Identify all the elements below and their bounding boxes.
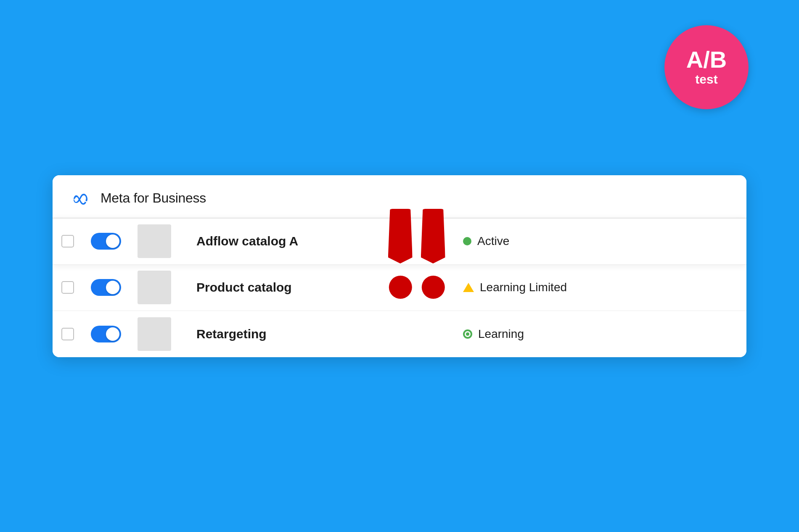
row3-toggle[interactable] xyxy=(91,326,121,342)
col-toggle xyxy=(83,233,129,250)
col-thumbnail xyxy=(129,312,180,356)
table-row: Product catalog Learning Limited xyxy=(53,265,746,311)
row1-status-text: Active xyxy=(477,234,509,248)
row2-thumbnail xyxy=(138,271,171,304)
row2-status-text: Learning Limited xyxy=(480,281,567,294)
card-header: Meta for Business xyxy=(53,175,746,219)
col-toggle xyxy=(83,279,129,296)
main-card: Meta for Business Adflow catalog A xyxy=(53,175,746,357)
row2-toggle[interactable] xyxy=(91,279,121,296)
row1-toggle[interactable] xyxy=(91,233,121,250)
row3-name: Retargeting xyxy=(180,319,446,350)
ab-badge-main: A/B xyxy=(686,48,727,71)
table-row: Retargeting Learning xyxy=(53,311,746,357)
row1-name: Adflow catalog A xyxy=(180,226,446,257)
col-checkbox xyxy=(53,235,83,248)
table-row: Adflow catalog A Active xyxy=(53,219,746,265)
row3-checkbox[interactable] xyxy=(61,328,74,340)
col-checkbox xyxy=(53,328,83,340)
row3-status: Learning xyxy=(446,319,713,349)
col-thumbnail xyxy=(129,266,180,309)
row2-status: Learning Limited xyxy=(446,272,713,303)
row2-status-icon xyxy=(463,283,474,292)
row1-status-icon xyxy=(463,237,471,245)
table-body: Adflow catalog A Active Product catalog … xyxy=(53,219,746,357)
row2-name: Product catalog xyxy=(180,272,446,303)
ab-badge-sub: test xyxy=(695,72,717,87)
ab-test-badge: A/B test xyxy=(664,25,749,109)
meta-icon xyxy=(73,191,95,205)
row3-status-text: Learning xyxy=(478,327,524,341)
row1-status: Active xyxy=(446,226,713,256)
col-toggle xyxy=(83,326,129,342)
meta-logo-text: Meta for Business xyxy=(101,190,206,206)
row1-checkbox[interactable] xyxy=(61,235,74,248)
col-checkbox xyxy=(53,281,83,294)
row1-thumbnail xyxy=(138,224,171,258)
row2-checkbox[interactable] xyxy=(61,281,74,294)
meta-logo: Meta for Business xyxy=(73,190,206,206)
row3-status-icon xyxy=(463,329,472,339)
row3-thumbnail xyxy=(138,317,171,351)
col-thumbnail xyxy=(129,219,180,263)
